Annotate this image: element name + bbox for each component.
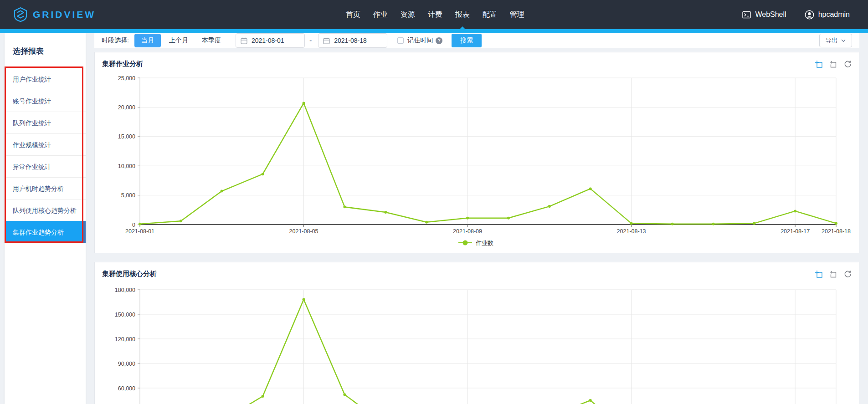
svg-text:2021-08-09: 2021-08-09 [453,228,482,235]
quick-period-1[interactable]: 当月 [134,34,161,47]
sidebar-report-item-5[interactable]: 异常作业统计 [5,155,86,177]
username: hpcadmin [818,10,850,19]
sidebar-report-item-2[interactable]: 账号作业统计 [5,90,86,112]
search-button[interactable]: 搜索 [452,34,482,47]
quick-period-buttons: 当月上个月本季度 [134,34,229,47]
nav-item-2[interactable]: 作业 [373,0,388,29]
remember-time-checkbox[interactable] [397,37,404,44]
svg-text:25,000: 25,000 [118,75,135,82]
svg-text:15,000: 15,000 [118,133,135,140]
chart-toolbar [815,60,852,68]
nav-item-3[interactable]: 资源 [401,0,415,29]
main-nav: 首页作业资源计费报表配置管理 [128,0,742,29]
report-sidebar: 选择报表 用户作业统计账号作业统计队列作业统计作业规模统计异常作业统计用户机时趋… [5,33,86,404]
nav-item-7[interactable]: 管理 [510,0,524,29]
export-label: 导出 [826,36,837,45]
zoom-select-icon[interactable] [815,270,822,278]
topbar-right: WebShell hpcadmin [742,10,850,20]
cluster-cores-analysis-chart: 030,00060,00090,000120,000150,000180,000 [102,281,852,404]
svg-text:2021-08-13: 2021-08-13 [617,228,646,235]
quick-period-3[interactable]: 本季度 [196,34,226,47]
chevron-down-icon [841,39,846,42]
svg-text:90,000: 90,000 [118,361,135,367]
date-from-input[interactable]: 2021-08-01 [236,33,305,48]
user-avatar-icon [805,10,814,20]
svg-text:2021-08-18: 2021-08-18 [822,228,851,235]
cluster-cores-analysis-panel: 集群使用核心分析 [94,262,859,404]
brand-logo: GRIDVIEW [14,7,128,22]
sidebar-report-item-4[interactable]: 作业规模统计 [5,133,86,155]
nav-item-1[interactable]: 首页 [346,0,360,29]
zoom-reset-icon[interactable] [829,270,837,278]
quick-period-2[interactable]: 上个月 [164,34,194,47]
svg-text:作业数: 作业数 [475,240,493,246]
terminal-icon [742,11,751,19]
cluster-job-analysis-chart: 05,00010,00015,00020,00025,0002021-08-01… [102,71,852,253]
svg-text:5,000: 5,000 [121,192,135,199]
date-to-input[interactable]: 2021-08-18 [318,33,387,48]
date-from-value: 2021-08-01 [252,37,284,44]
svg-text:20,000: 20,000 [118,104,135,111]
top-navbar: GRIDVIEW 首页作业资源计费报表配置管理 WebShell hp [0,0,868,29]
gridview-shield-icon [14,7,27,22]
refresh-icon[interactable] [844,270,852,278]
period-label: 时段选择: [102,36,129,45]
nav-item-5[interactable]: 报表 [455,0,470,29]
svg-text:150,000: 150,000 [115,312,135,318]
svg-text:10,000: 10,000 [118,163,135,169]
panel-title: 集群作业分析 [102,60,143,68]
date-range-separator: - [309,36,312,45]
svg-text:180,000: 180,000 [115,287,135,293]
sidebar-report-item-8[interactable]: 集群作业趋势分析 [5,221,86,243]
help-icon[interactable]: ? [436,37,442,44]
zoom-reset-icon[interactable] [829,60,837,68]
svg-text:2021-08-01: 2021-08-01 [125,228,154,235]
date-to-value: 2021-08-18 [334,37,367,44]
report-list: 用户作业统计账号作业统计队列作业统计作业规模统计异常作业统计用户机时趋势分析队列… [5,68,86,243]
svg-text:120,000: 120,000 [115,336,135,343]
nav-item-6[interactable]: 配置 [483,0,497,29]
sidebar-report-item-1[interactable]: 用户作业统计 [5,68,86,90]
cluster-job-analysis-panel: 集群作业分析 [94,52,859,253]
sidebar-report-item-7[interactable]: 队列使用核心趋势分析 [5,199,86,221]
svg-text:0: 0 [132,222,135,228]
svg-text:2021-08-05: 2021-08-05 [289,228,318,235]
chart-toolbar [815,270,852,278]
svg-text:2021-08-17: 2021-08-17 [781,228,810,235]
filter-bar: 时段选择: 当月上个月本季度 2021-08-01 - [94,33,859,48]
nav-item-4[interactable]: 计费 [428,0,442,29]
calendar-icon [241,37,247,44]
webshell-label: WebShell [755,10,786,19]
zoom-select-icon[interactable] [815,60,822,68]
panel-title: 集群使用核心分析 [102,270,157,278]
webshell-button[interactable]: WebShell [742,10,786,19]
export-button[interactable]: 导出 [819,34,852,47]
calendar-icon [323,37,330,44]
remember-time-label: 记住时间 [407,36,433,45]
user-menu[interactable]: hpcadmin [805,10,850,20]
svg-text:60,000: 60,000 [118,385,135,392]
accent-bar [0,29,868,33]
sidebar-title: 选择报表 [5,33,86,68]
sidebar-report-item-6[interactable]: 用户机时趋势分析 [5,177,86,199]
brand-name: GRIDVIEW [33,9,96,20]
refresh-icon[interactable] [844,60,852,68]
sidebar-scrollbar-thumb[interactable] [82,221,86,243]
sidebar-report-item-3[interactable]: 队列作业统计 [5,112,86,133]
